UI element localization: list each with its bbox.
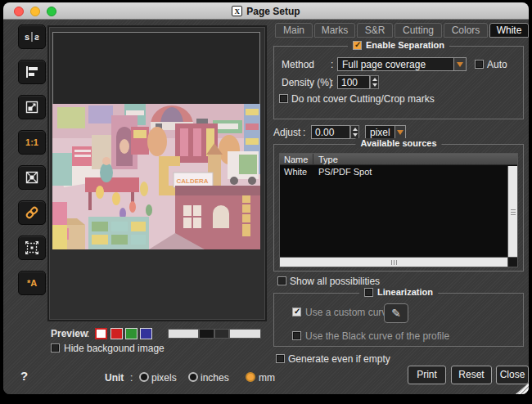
generate-empty-label: Generate even if empty	[288, 353, 390, 365]
method-colon: :	[331, 59, 333, 70]
scale-tool-button[interactable]	[18, 95, 46, 119]
svg-text:s: s	[25, 32, 29, 42]
scrollbar-grip	[511, 212, 516, 213]
one-to-one-icon: 1:1	[25, 137, 38, 147]
tab-white[interactable]: White	[489, 23, 529, 38]
sources-group-label: Available sources	[360, 138, 436, 148]
tab-cutting[interactable]: Cutting	[394, 23, 442, 38]
link-tool-button[interactable]	[18, 200, 46, 225]
preview-label: Preview	[51, 328, 88, 339]
enable-separation-label: Enable Separation	[366, 40, 444, 50]
method-select[interactable]: Full page coverage	[337, 57, 467, 71]
hide-background-checkbox[interactable]	[51, 343, 60, 352]
custom-curve-checkbox[interactable]	[292, 307, 301, 316]
tab-sr[interactable]: S&R	[357, 23, 393, 38]
method-label: Method	[282, 59, 314, 70]
unit-colon: :	[130, 372, 133, 384]
adjust-unit-select[interactable]: pixel	[365, 125, 406, 139]
background-image: CALDERA	[52, 104, 260, 249]
page-setup-window: X Page Setup s s	[3, 2, 529, 394]
column-name[interactable]: Name	[284, 154, 308, 165]
mirror-icon: s s	[23, 30, 41, 43]
black-curve-checkbox[interactable]	[292, 331, 301, 340]
stepper-up-icon[interactable]	[372, 78, 377, 81]
stepper-up-icon[interactable]	[353, 128, 358, 131]
close-button[interactable]: Close	[496, 366, 529, 384]
column-type[interactable]: Type	[318, 154, 338, 165]
preview-chip-green[interactable]	[125, 328, 138, 339]
sources-group: Available sources Name Type White PS/PDF…	[273, 144, 524, 272]
annotation-tool-button[interactable]: *A	[18, 271, 46, 295]
scrollbar-grip	[394, 260, 394, 265]
preview-colon: :	[87, 328, 89, 339]
density-stepper[interactable]	[370, 75, 379, 89]
edit-curve-button[interactable]: ✎	[384, 303, 408, 323]
preview-chip-red[interactable]	[110, 328, 123, 339]
show-all-label: Show all possibilities	[290, 276, 380, 287]
tab-main[interactable]: Main	[275, 23, 313, 38]
stepper-down-icon[interactable]	[372, 83, 377, 87]
fit-page-button[interactable]	[18, 165, 46, 190]
preview-chip-blue[interactable]	[140, 328, 152, 339]
density-colon: :	[331, 77, 333, 88]
adjust-input[interactable]: 0.00	[311, 125, 350, 139]
method-value: Full page coverage	[338, 58, 453, 70]
unit-radio-inches[interactable]	[188, 372, 198, 382]
show-all-checkbox[interactable]	[277, 276, 286, 285]
link-icon	[24, 204, 40, 221]
generate-empty-checkbox[interactable]	[276, 354, 285, 363]
gray-segment-2[interactable]	[199, 329, 214, 339]
source-type: PS/PDF Spot	[318, 166, 372, 177]
column-divider[interactable]	[313, 154, 313, 165]
pencil-icon: ✎	[391, 307, 401, 320]
align-left-icon	[25, 65, 39, 79]
adjust-stepper[interactable]	[350, 125, 359, 139]
custom-curve-label: Use a custom curve	[305, 307, 392, 318]
no-cover-marks-label: Do not cover Cutting/Crop marks	[291, 93, 435, 105]
chevron-down-icon[interactable]	[394, 126, 405, 138]
gray-segment-4[interactable]	[229, 329, 261, 339]
density-input[interactable]: 100	[337, 75, 370, 89]
expand-icon	[25, 240, 39, 255]
black-curve-label: Use the Black curve of the profile	[305, 330, 449, 342]
linearization-label: Linearization	[377, 287, 433, 297]
adjust-colon: :	[303, 127, 305, 138]
align-tool-button[interactable]	[18, 60, 46, 84]
linearization-checkbox[interactable]	[364, 288, 373, 297]
enable-separation-checkbox[interactable]	[353, 41, 362, 50]
mirror-tool-button[interactable]: s s	[18, 25, 46, 49]
auto-label: Auto	[487, 59, 507, 70]
tab-colors[interactable]: Colors	[444, 23, 488, 38]
one-to-one-button[interactable]: 1:1	[18, 130, 46, 155]
preview-chip-white[interactable]	[95, 328, 107, 339]
help-button[interactable]: ?	[20, 369, 28, 383]
hide-background-label: Hide backgound image	[64, 343, 165, 354]
density-value: 100	[341, 77, 358, 88]
table-horizontal-scrollbar[interactable]	[280, 257, 507, 267]
titlebar: X Page Setup	[3, 2, 529, 20]
auto-checkbox[interactable]	[475, 60, 484, 69]
print-button[interactable]: Print	[408, 366, 446, 384]
unit-radio-mm[interactable]	[246, 372, 255, 382]
adjust-unit-value: pixel	[366, 126, 394, 138]
scrollbar-corner	[507, 257, 517, 267]
reset-button[interactable]: Reset	[451, 366, 492, 384]
stepper-down-icon[interactable]	[353, 133, 358, 137]
gray-segment-3[interactable]	[214, 329, 229, 339]
resize-grip[interactable]	[516, 383, 529, 394]
tab-marks[interactable]: Marks	[314, 23, 355, 38]
sources-table[interactable]: Name Type White PS/PDF Spot	[279, 153, 518, 267]
chevron-down-icon[interactable]	[453, 58, 466, 70]
table-vertical-scrollbar[interactable]	[507, 166, 517, 257]
annotation-icon: *A	[27, 278, 37, 288]
source-row[interactable]: White PS/PDF Spot	[280, 166, 507, 177]
adjust-label: Adjust	[273, 127, 300, 138]
unit-label: Unit	[105, 372, 124, 384]
app-icon: X	[232, 6, 242, 16]
gray-segment-1[interactable]	[168, 329, 199, 339]
unit-radio-pixels[interactable]	[139, 372, 149, 382]
expand-selection-button[interactable]	[18, 236, 46, 260]
preview-panel[interactable]: CALDERA	[47, 25, 267, 321]
fit-page-icon	[25, 170, 39, 185]
no-cover-marks-checkbox[interactable]	[279, 94, 288, 103]
